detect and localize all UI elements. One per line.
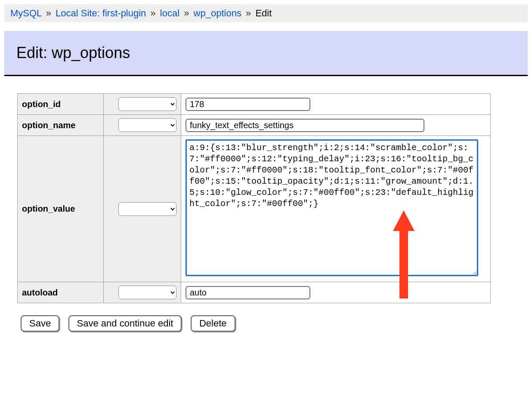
function-select-option-id[interactable] [118, 97, 176, 111]
input-option-name[interactable] [186, 119, 424, 132]
breadcrumb-current: Edit [255, 8, 272, 18]
table-row: autoload [18, 282, 491, 303]
breadcrumb-separator: » [46, 8, 51, 18]
field-label-autoload: autoload [18, 282, 104, 303]
function-cell [104, 282, 181, 303]
input-autoload[interactable] [186, 286, 310, 299]
function-select-option-value[interactable] [118, 202, 176, 216]
input-option-id[interactable] [186, 98, 310, 111]
table-row: option_name [18, 115, 491, 136]
save-continue-button[interactable]: Save and continue edit [68, 315, 182, 332]
breadcrumb-link-mysql[interactable]: MySQL [10, 8, 42, 18]
table-row: option_value [18, 136, 491, 282]
breadcrumb-link-table[interactable]: wp_options [194, 8, 241, 18]
field-label-option-id: option_id [18, 94, 104, 115]
field-label-option-name: option_name [18, 115, 104, 136]
function-cell [104, 94, 181, 115]
breadcrumb-separator: » [184, 8, 189, 18]
value-cell [181, 94, 491, 115]
page-title: Edit: wp_options [16, 44, 516, 62]
field-label-option-value: option_value [18, 136, 104, 282]
save-button[interactable]: Save [21, 315, 59, 332]
breadcrumb-link-site[interactable]: Local Site: first-plugin [56, 8, 146, 18]
page-header: Edit: wp_options [4, 31, 528, 76]
button-row: Save Save and continue edit Delete [21, 315, 528, 332]
breadcrumb-separator: » [150, 8, 155, 18]
fields-table: option_id option_name option_value [17, 93, 491, 303]
textarea-option-value[interactable] [186, 139, 478, 276]
table-row: option_id [18, 94, 491, 115]
breadcrumb-separator: » [246, 8, 251, 18]
value-cell [181, 136, 491, 282]
breadcrumb: MySQL » Local Site: first-plugin » local… [4, 4, 528, 22]
delete-button[interactable]: Delete [191, 315, 235, 332]
function-select-option-name[interactable] [118, 118, 176, 132]
value-cell [181, 282, 491, 303]
function-cell [104, 115, 181, 136]
function-cell [104, 136, 181, 282]
function-select-autoload[interactable] [118, 286, 176, 299]
edit-form: option_id option_name option_value [0, 76, 532, 336]
value-cell [181, 115, 491, 136]
breadcrumb-link-db[interactable]: local [160, 8, 179, 18]
